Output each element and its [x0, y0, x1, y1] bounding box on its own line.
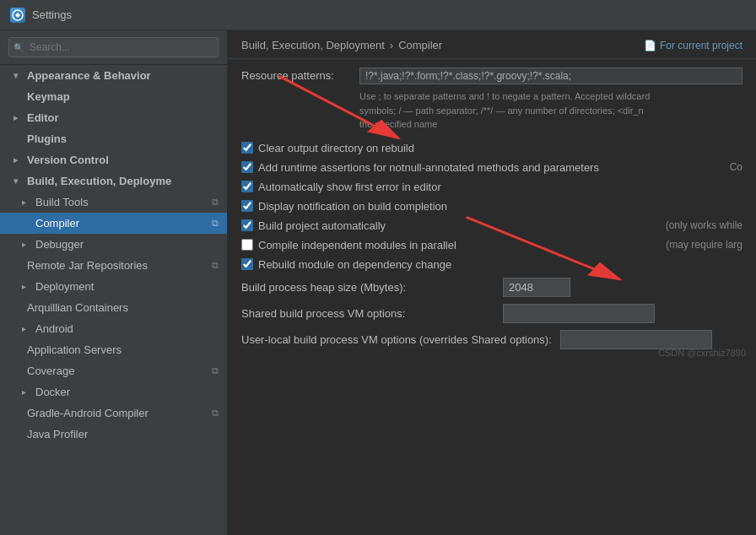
resource-patterns-row: Resource patterns: !?*.java;!?*.form;!?*…: [241, 68, 742, 84]
main-content: ▾Appearance & BehaviorKeymap▸EditorPlugi…: [0, 30, 756, 535]
checkbox-label-notif-completion[interactable]: Display notification on build completion: [241, 200, 447, 213]
checkbox-note-parallel-modules: (may require larg: [666, 239, 742, 251]
sidebar-item-remotejar[interactable]: Remote Jar Repositories⧉: [0, 255, 227, 276]
sidebar-item-buildtools[interactable]: ▸Build Tools⧉: [0, 192, 227, 213]
userlocal-vm-label: User-local build process VM options (ove…: [241, 333, 552, 346]
checkbox-label-first-error[interactable]: Automatically show first error in editor: [241, 181, 441, 193]
sidebar-item-compiler[interactable]: Compiler⧉: [0, 213, 227, 234]
checkbox-first-error[interactable]: [241, 181, 253, 192]
sidebar-item-label: Java Profiler: [27, 428, 88, 440]
checkbox-label-clear-output[interactable]: Clear output directory on rebuild: [241, 142, 414, 154]
hint-text: Use ; to separate patterns and ! to nega…: [359, 89, 742, 132]
resource-patterns-label: Resource patterns:: [241, 68, 351, 82]
sidebar-item-label: Gradle-Android Compiler: [27, 407, 148, 419]
sidebar-item-coverage[interactable]: Coverage⧉: [0, 360, 227, 381]
sidebar-item-label: Docker: [35, 386, 70, 398]
sidebar-item-label: Build Tools: [35, 196, 89, 208]
sidebar-item-appservers[interactable]: Application Servers: [0, 339, 227, 360]
sidebar-item-java-profiler[interactable]: Java Profiler: [0, 424, 227, 445]
breadcrumb-separator: ›: [390, 39, 393, 51]
sidebar-item-keymap[interactable]: Keymap: [0, 86, 227, 107]
sidebar-item-label: Version Control: [27, 154, 109, 166]
chevron-icon: ▸: [22, 240, 32, 249]
sidebar-item-gradle-android[interactable]: Gradle-Android Compiler⧉: [0, 403, 227, 424]
sidebar-item-docker[interactable]: ▸Docker: [0, 381, 227, 403]
checkbox-note-build-auto: (only works while: [666, 219, 742, 231]
copy-icon: ⧉: [212, 218, 219, 229]
breadcrumb-current: Compiler: [398, 39, 442, 51]
checkbox-row-parallel-modules: Compile independent modules in parallel(…: [241, 239, 742, 251]
checkbox-label-parallel-modules[interactable]: Compile independent modules in parallel: [241, 239, 456, 251]
resource-patterns-value[interactable]: !?*.java;!?*.form;!?*.class;!?*.groovy;!…: [359, 68, 742, 84]
sidebar-item-label: Android: [35, 322, 73, 335]
watermark: CSDN @cxrshiz7890: [658, 348, 746, 358]
heap-size-row: Build process heap size (Mbytes):: [241, 278, 742, 297]
sidebar-item-label: Build, Execution, Deployme: [27, 175, 171, 187]
chevron-icon: ▸: [22, 282, 32, 291]
nav-items-container: ▾Appearance & BehaviorKeymap▸EditorPlugi…: [0, 65, 227, 445]
copy-icon: ⧉: [212, 197, 219, 208]
title-bar: Settings: [0, 0, 756, 30]
checkbox-note-runtime-assertions: Co: [730, 161, 742, 173]
checkbox-row-first-error: Automatically show first error in editor: [241, 181, 742, 193]
app-icon: [10, 8, 25, 23]
sidebar-item-label: Compiler: [35, 217, 79, 230]
checkbox-clear-output[interactable]: [241, 142, 253, 154]
breadcrumb-bar: Build, Execution, Deployment › Compiler …: [228, 30, 756, 59]
chevron-icon: ▾: [14, 71, 24, 80]
checkboxes-container: Clear output directory on rebuildAdd run…: [241, 142, 742, 271]
shared-vm-row: Shared build process VM options:: [241, 304, 742, 323]
settings-content: Resource patterns: !?*.java;!?*.form;!?*…: [228, 59, 756, 365]
copy-icon: ⧉: [212, 408, 219, 419]
sidebar-item-label: Keymap: [27, 90, 70, 103]
sidebar-item-versioncontrol[interactable]: ▸Version Control: [0, 149, 227, 170]
checkbox-parallel-modules[interactable]: [241, 239, 253, 251]
chevron-icon: ▸: [22, 387, 32, 397]
sidebar-item-label: Appearance & Behavior: [27, 69, 151, 82]
checkbox-rebuild-module[interactable]: [241, 258, 253, 270]
sidebar-item-appearance[interactable]: ▾Appearance & Behavior: [0, 65, 227, 86]
sidebar-item-build[interactable]: ▾Build, Execution, Deployme: [0, 170, 227, 192]
userlocal-vm-row: User-local build process VM options (ove…: [241, 330, 742, 349]
sidebar-item-deployment[interactable]: ▸Deployment: [0, 276, 227, 297]
breadcrumb-path: Build, Execution, Deployment: [241, 39, 385, 51]
checkbox-row-rebuild-module: Rebuild module on dependency change: [241, 258, 742, 271]
chevron-icon: ▾: [14, 176, 24, 186]
chevron-icon: ▸: [14, 113, 24, 122]
copy-icon: ⧉: [212, 260, 219, 271]
search-wrapper: [8, 37, 219, 57]
chevron-icon: ▸: [14, 155, 24, 165]
checkbox-label-rebuild-module[interactable]: Rebuild module on dependency change: [241, 258, 451, 271]
checkbox-row-notif-completion: Display notification on build completion: [241, 200, 742, 213]
sidebar-item-editor[interactable]: ▸Editor: [0, 107, 227, 128]
for-project-button[interactable]: 📄 For current project: [644, 40, 742, 51]
right-panel: Build, Execution, Deployment › Compiler …: [228, 30, 756, 535]
sidebar-item-debugger[interactable]: ▸Debugger: [0, 234, 227, 255]
checkbox-label-runtime-assertions[interactable]: Add runtime assertions for notnull-annot…: [241, 161, 599, 174]
shared-vm-input[interactable]: [503, 304, 655, 323]
checkbox-notif-completion[interactable]: [241, 200, 253, 212]
checkbox-runtime-assertions[interactable]: [241, 161, 253, 173]
shared-vm-label: Shared build process VM options:: [241, 307, 494, 320]
sidebar-item-arquillian[interactable]: Arquillian Containers: [0, 297, 227, 318]
sidebar-item-label: Arquillian Containers: [27, 301, 128, 314]
heap-size-input[interactable]: [503, 278, 570, 297]
sidebar-item-android[interactable]: ▸Android: [0, 318, 227, 339]
chevron-icon: ▸: [22, 324, 32, 333]
sidebar-item-label: Application Servers: [27, 343, 122, 356]
sidebar-item-label: Remote Jar Repositories: [27, 259, 148, 272]
sidebar-item-label: Plugins: [27, 132, 67, 145]
sidebar-item-label: Debugger: [35, 238, 84, 251]
checkbox-build-auto[interactable]: [241, 219, 253, 231]
checkbox-label-build-auto[interactable]: Build project automatically: [241, 219, 386, 232]
checkbox-row-clear-output: Clear output directory on rebuild: [241, 142, 742, 154]
search-input[interactable]: [8, 37, 219, 57]
checkbox-row-runtime-assertions: Add runtime assertions for notnull-annot…: [241, 161, 742, 174]
sidebar: ▾Appearance & BehaviorKeymap▸EditorPlugi…: [0, 30, 228, 535]
heap-size-label: Build process heap size (Mbytes):: [241, 281, 494, 294]
userlocal-vm-input[interactable]: [560, 330, 712, 349]
sidebar-item-label: Coverage: [27, 365, 74, 377]
sidebar-item-label: Editor: [27, 111, 59, 124]
checkbox-row-build-auto: Build project automatically(only works w…: [241, 219, 742, 232]
sidebar-item-plugins[interactable]: Plugins: [0, 128, 227, 149]
